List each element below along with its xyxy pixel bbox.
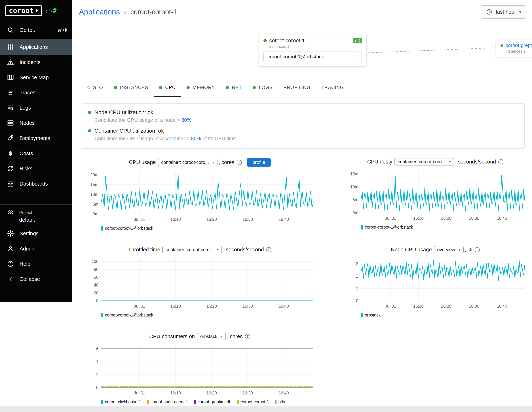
chevron-down-icon: ▾ (221, 335, 223, 338)
svg-text:Jul 31: Jul 31 (385, 304, 396, 309)
info-icon[interactable] (475, 247, 480, 253)
threshold-link[interactable]: 80% (191, 136, 201, 141)
legend-swatch (147, 400, 149, 404)
legend-swatch (361, 313, 363, 318)
svg-text:15m: 15m (90, 182, 98, 187)
profile-button[interactable]: profile (247, 158, 271, 167)
instance-chip[interactable]: coroot-coroot-1@orbstack ⋮ (264, 52, 362, 62)
chart-title-text: CPU consumers on (149, 334, 195, 339)
application-title: coroot-coroot-1 (269, 37, 305, 44)
info-icon[interactable] (498, 159, 504, 165)
svg-text:16:40: 16:40 (497, 216, 507, 221)
check-container-cpu: Container CPU utilization: ok Condition:… (88, 128, 518, 141)
legend-label: coroot-clickhouse-1 (105, 400, 141, 404)
sidebar-item-risks[interactable]: Risks (0, 161, 72, 176)
legend-item[interactable]: coroot-coroot-1@orbstack (361, 225, 413, 230)
sidebar-item-incidents[interactable]: Incidents (0, 55, 72, 70)
selector-value: container: coroot-coro... (161, 160, 209, 165)
kebab-menu-icon[interactable]: ⋮ (307, 38, 313, 43)
goto-shortcut: ⌘+k (57, 27, 67, 33)
selector-value: orbstack (200, 334, 217, 339)
series-selector-dropdown[interactable]: overview ▾ (434, 246, 464, 253)
legend-label: coroot-coroot-1@orbstack (105, 226, 153, 231)
legend-item[interactable]: coroot-coroot-1 (237, 400, 269, 404)
sidebar-item-applications[interactable]: Applications (0, 39, 72, 55)
svg-text:16:20: 16:20 (207, 304, 217, 309)
series-selector-dropdown[interactable]: container: coroot-coro... ▾ (158, 159, 218, 166)
logo-text: coroot (9, 7, 34, 15)
sidebar-item-help[interactable]: Help (0, 256, 72, 272)
tab-status-dot (114, 86, 117, 89)
sidebar-item-traces[interactable]: Traces (0, 85, 72, 100)
sidebar: coroot :~# Go to... ⌘+k Applications Inc… (0, 0, 72, 302)
search-icon (7, 26, 14, 34)
sidebar-item-logs[interactable]: Logs (0, 100, 72, 115)
legend-swatch (101, 226, 103, 231)
legend-swatch (361, 225, 363, 230)
linked-app-link[interactable]: coroot-greptimedb (506, 43, 532, 48)
series-selector-dropdown[interactable]: container: coroot-coro... ▾ (162, 246, 222, 253)
sidebar-goto[interactable]: Go to... ⌘+k (0, 21, 72, 39)
main-content: Applications › coroot-coroot-1 last hour… (72, 0, 532, 412)
coroot-logo[interactable]: coroot :~# (0, 0, 72, 21)
tab-logs[interactable]: LOGS (247, 79, 278, 97)
series-selector-dropdown[interactable]: container: coroot-coro... ▾ (394, 158, 454, 166)
legend-item[interactable]: coroot-coroot-1@orbstack (101, 313, 153, 318)
threshold-link[interactable]: 80% (181, 117, 191, 123)
sidebar-item-costs[interactable]: $ Costs (0, 146, 72, 161)
tab-slo[interactable]: SLO (82, 79, 108, 97)
legend-item[interactable]: coroot-clickhouse-1 (101, 400, 141, 404)
svg-text:16:30: 16:30 (469, 216, 479, 221)
sidebar-item-nodes[interactable]: Nodes (0, 115, 72, 131)
legend-item[interactable]: coroot-greptimedb (194, 400, 231, 404)
gear-icon (7, 230, 14, 237)
time-range-picker[interactable]: last hour ▾ (481, 5, 526, 19)
tab-cpu[interactable]: CPU (154, 79, 181, 97)
svg-text:20m: 20m (90, 173, 98, 177)
kebab-menu-icon[interactable]: ⋮ (352, 54, 358, 60)
legend-item[interactable]: orbstack (361, 313, 380, 318)
chart-title: Node CPU usage overview ▾ , % (341, 246, 530, 253)
tab-profiling[interactable]: PROFILING (278, 79, 316, 97)
svg-text:Jul 31: Jul 31 (134, 391, 145, 395)
svg-text:3: 3 (356, 261, 358, 266)
info-icon[interactable] (237, 160, 242, 165)
tab-memory[interactable]: MEMORY (181, 79, 220, 97)
info-icon[interactable] (245, 334, 250, 339)
terminal-badge[interactable]: :~# (353, 38, 362, 43)
node-selector-dropdown[interactable]: orbstack ▾ (197, 333, 226, 340)
tab-instances[interactable]: INSTANCES (108, 79, 154, 97)
chart-legend: coroot-coroot-1@orbstack (101, 313, 318, 318)
application-card[interactable]: coroot-coroot-1 ⋮ :~# instances:1 coroot… (259, 34, 367, 66)
tab-label: NET (232, 85, 242, 90)
project-selector[interactable]: Project default (0, 205, 72, 226)
tab-net[interactable]: NET (220, 79, 247, 97)
breadcrumb-applications-link[interactable]: Applications (79, 8, 120, 16)
sidebar-item-settings[interactable]: Settings (0, 226, 72, 241)
sidebar-item-service-map[interactable]: Service Map (0, 70, 72, 85)
tabs: SLOINSTANCESCPUMEMORYNETLOGSPROFILINGTRA… (72, 79, 532, 97)
svg-text:16:10: 16:10 (413, 304, 424, 309)
sidebar-item-dashboards[interactable]: Dashboards (0, 176, 72, 191)
legend-label: orbstack (365, 313, 380, 318)
chevron-down-icon: ▾ (213, 160, 214, 164)
status-dot (88, 111, 91, 114)
tab-tracing[interactable]: TRACING (316, 79, 349, 97)
info-icon[interactable] (266, 247, 271, 253)
legend-item[interactable]: coroot-node-agent-1 (147, 400, 188, 404)
chart-unit: , cores (218, 159, 234, 165)
sidebar-item-admin[interactable]: Admin (0, 241, 72, 256)
chart-title-text: Node CPU usage (391, 247, 432, 253)
linked-app-card[interactable]: coroot-greptimedb instances:1 (496, 40, 532, 57)
legend-label: coroot-coroot-1 (241, 400, 269, 404)
legend-item[interactable]: other (275, 400, 288, 404)
legend-swatch (101, 400, 103, 404)
sidebar-item-deployments[interactable]: Deployments (0, 131, 72, 146)
sidebar-item-collapse[interactable]: Collapse (0, 272, 72, 287)
tab-label: LOGS (259, 85, 273, 90)
chart-node-cpu-usage: Node CPU usage overview ▾ , % Jul 3116:1… (341, 246, 530, 318)
sidebar-item-label: Applications (19, 44, 48, 50)
legend-item[interactable]: coroot-coroot-1@orbstack (101, 226, 153, 231)
service-map-panel: coroot-coroot-1 ⋮ :~# instances:1 coroot… (72, 24, 532, 79)
chevron-down-icon: ▾ (217, 248, 218, 252)
